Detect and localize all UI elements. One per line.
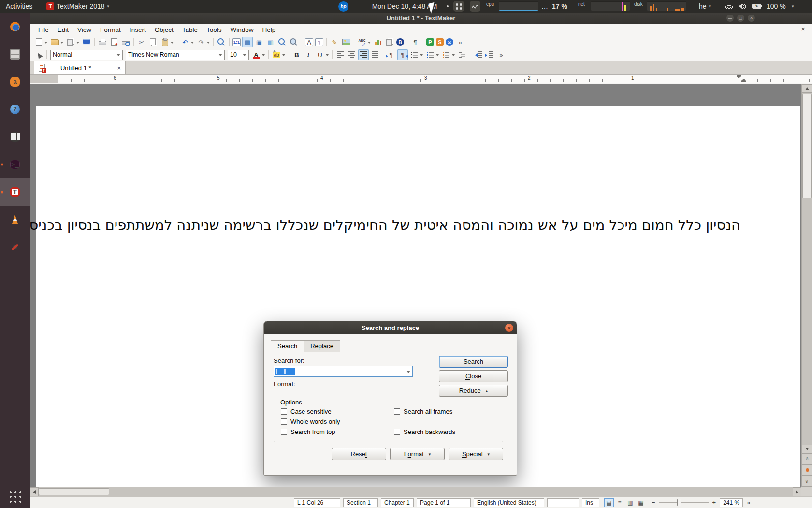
status-empty[interactable] <box>547 498 579 507</box>
dock-files[interactable] <box>0 40 30 68</box>
font-name-combo[interactable]: Times New Roman <box>126 50 225 60</box>
net-graph[interactable] <box>591 0 630 13</box>
keyboard-layout-button[interactable]: he▾ <box>699 0 711 13</box>
close-tab-icon[interactable]: × <box>117 64 121 72</box>
volume-icon[interactable] <box>739 0 746 13</box>
dock-terminal[interactable]: >_ <box>0 150 30 178</box>
increase-indent-icon[interactable] <box>484 49 495 60</box>
font-size-combo[interactable]: 10 <box>228 50 249 60</box>
bullet-list-icon[interactable] <box>409 49 424 60</box>
print-icon[interactable] <box>97 37 108 47</box>
app-menu-button[interactable]: T TextMaker 2018▾ <box>46 0 109 13</box>
status-section[interactable]: Section 1 <box>343 498 378 507</box>
search-button[interactable]: Search <box>439 356 508 368</box>
dock-firefox[interactable] <box>0 13 30 40</box>
view-fullscreen-icon[interactable]: ▦ <box>636 498 646 507</box>
undo-icon[interactable]: ↶ <box>180 37 195 47</box>
next-page-button[interactable]: » <box>802 476 812 487</box>
highlight-icon[interactable]: ab <box>271 49 286 60</box>
align-left-icon[interactable] <box>335 49 346 60</box>
menu-insert[interactable]: Insert <box>125 25 150 34</box>
database-icon[interactable] <box>384 37 395 47</box>
menu-edit[interactable]: Edit <box>53 25 73 34</box>
new-document-icon[interactable] <box>33 37 48 47</box>
align-right-icon[interactable] <box>358 49 369 60</box>
open-icon[interactable] <box>49 37 64 47</box>
checkbox-search-from-top[interactable]: Search from top <box>281 428 335 435</box>
export-pdf-icon[interactable] <box>109 37 119 47</box>
status-page[interactable]: Page 1 of 1 <box>417 498 471 507</box>
view-standard-icon[interactable]: ▤ <box>604 498 614 507</box>
numbered-list-icon[interactable] <box>425 49 440 60</box>
scroll-up-icon[interactable] <box>802 84 812 93</box>
status-chapter[interactable]: Chapter 1 <box>381 498 414 507</box>
vertical-scrollbar[interactable]: » » <box>801 84 812 487</box>
print-preview-icon[interactable] <box>120 37 131 47</box>
menu-tools[interactable]: Tools <box>202 25 226 34</box>
status-insert-mode[interactable]: Ins <box>582 498 599 507</box>
document-tab[interactable]: T Untitled 1 * × <box>34 61 126 74</box>
statusbar-overflow-icon[interactable]: » <box>747 499 750 506</box>
font-color-icon[interactable]: A <box>251 49 266 60</box>
format-button[interactable]: Format▾ <box>390 448 445 460</box>
paragraph-frame-icon[interactable]: ¶ <box>315 37 324 47</box>
insert-picture-icon[interactable] <box>341 37 351 47</box>
vertical-scroll-thumb[interactable] <box>802 94 812 198</box>
system-menu-button[interactable]: ▾ <box>792 0 794 13</box>
format-brush-icon[interactable]: ✎ <box>329 37 340 47</box>
menu-table[interactable]: Table <box>178 25 202 34</box>
zoom-out-icon[interactable]: − <box>652 499 655 506</box>
window-titlebar[interactable]: Untitled 1 * - TextMaker — ▢ ✕ <box>30 13 812 24</box>
file-manager-icon[interactable] <box>65 37 80 47</box>
menu-help[interactable]: Help <box>258 25 280 34</box>
dock-help[interactable]: ? <box>0 95 30 123</box>
scroll-down-icon[interactable] <box>802 445 812 453</box>
system-monitor-icon[interactable] <box>470 0 480 13</box>
page-view-icon[interactable]: ▣ <box>254 37 264 47</box>
checkbox-search-backwards[interactable]: Search backwards <box>394 428 455 435</box>
menu-file[interactable]: File <box>34 25 53 34</box>
scroll-right-icon[interactable] <box>793 487 801 496</box>
dock-vlc[interactable] <box>0 206 30 233</box>
menu-format[interactable]: Format <box>96 25 125 34</box>
minimize-icon[interactable]: — <box>726 15 734 22</box>
reduce-button[interactable]: Reduce▴ <box>439 385 508 397</box>
checkbox-search-all-frames[interactable]: Search all frames <box>394 408 452 415</box>
wifi-icon[interactable] <box>725 0 733 13</box>
underline-icon[interactable]: U <box>315 49 330 60</box>
dock-textmaker[interactable]: T <box>0 178 30 206</box>
horizontal-scrollbar[interactable] <box>30 487 801 496</box>
zoom-thumb[interactable] <box>677 499 682 506</box>
redo-icon[interactable]: ↷ <box>196 37 211 47</box>
view-master-icon[interactable]: ▥ <box>625 498 635 507</box>
close-document-icon[interactable]: × <box>799 25 807 33</box>
cpu-graph[interactable] <box>499 0 538 13</box>
dock-screens[interactable] <box>0 123 30 150</box>
chevron-down-icon[interactable] <box>406 371 410 375</box>
insert-chart-icon[interactable] <box>373 37 383 47</box>
status-cursor-position[interactable]: L 1 Col 26 <box>294 498 340 507</box>
zoom-dialog-icon[interactable] <box>277 37 288 47</box>
align-center-icon[interactable] <box>347 49 357 60</box>
dock-amazon[interactable]: a <box>0 68 30 95</box>
rtl-paragraph-icon[interactable]: ¶ <box>397 49 408 60</box>
previous-page-button[interactable]: » <box>802 453 812 464</box>
justify-icon[interactable] <box>370 49 380 60</box>
softmaker-mail-icon[interactable]: ✉ <box>445 37 454 47</box>
menu-window[interactable]: Window <box>226 25 258 34</box>
checkbox-whole-words-only[interactable]: Whole words only <box>281 418 340 425</box>
reset-button[interactable]: Reset <box>332 448 386 460</box>
zoom-actual-icon[interactable]: 1:1 <box>232 37 241 47</box>
checkbox-case-sensitive[interactable]: Case sensitive <box>281 408 332 415</box>
two-page-view-icon[interactable]: ▥ <box>265 37 276 47</box>
browse-object-button[interactable] <box>802 464 812 476</box>
search-icon[interactable] <box>216 37 227 47</box>
dock-tools[interactable]: ⚙ <box>0 233 30 261</box>
zoom-page-icon[interactable] <box>289 37 299 47</box>
zoom-in-icon[interactable]: + <box>712 499 716 506</box>
object-mode-icon[interactable] <box>33 49 44 60</box>
scroll-left-icon[interactable] <box>30 487 39 496</box>
paragraph-style-combo[interactable]: Normal <box>50 50 123 60</box>
copy-icon[interactable] <box>148 37 159 47</box>
status-language[interactable]: English (United States) <box>474 498 544 507</box>
